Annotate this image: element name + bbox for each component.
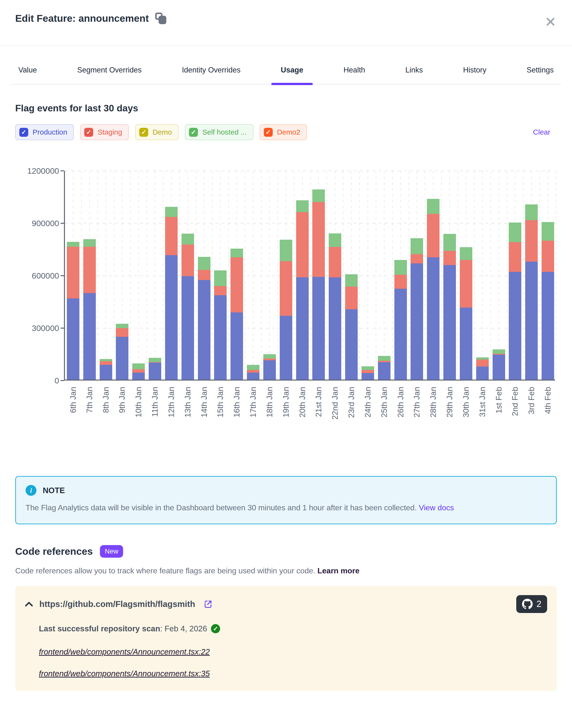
- x-axis-label: 12th Jan: [166, 387, 177, 442]
- x-axis-label: 26th Jan: [395, 387, 406, 442]
- bar-10th-jan[interactable]: [132, 363, 145, 379]
- filter-chip-production[interactable]: ✓Production: [15, 124, 74, 140]
- segment-self-hosted-: [263, 354, 276, 359]
- x-axis-label: 23rd Jan: [346, 387, 357, 442]
- bar-30th-jan[interactable]: [460, 247, 472, 379]
- segment-staging: [509, 242, 521, 272]
- bar-17th-jan[interactable]: [247, 365, 260, 379]
- segment-staging: [411, 254, 423, 263]
- filter-chip-self-hosted-[interactable]: ✓Self hosted ...: [185, 124, 253, 140]
- segment-self-hosted-: [542, 222, 554, 241]
- bar-20th-jan[interactable]: [296, 200, 309, 379]
- bar-14th-jan[interactable]: [198, 257, 210, 379]
- vertical-gridline: [556, 171, 556, 379]
- bar-3rd-feb[interactable]: [525, 204, 538, 379]
- tab-settings[interactable]: Settings: [525, 66, 555, 84]
- bar-24th-jan[interactable]: [362, 366, 374, 379]
- tab-segment-overrides[interactable]: Segment Overrides: [76, 66, 143, 84]
- x-axis-label: 27th Jan: [412, 387, 422, 442]
- y-axis-tick: [61, 328, 64, 328]
- external-link-icon[interactable]: [203, 599, 213, 609]
- segment-production: [476, 367, 489, 379]
- segment-production: [427, 257, 439, 379]
- bar-11th-jan[interactable]: [149, 358, 161, 379]
- y-axis-tick: [61, 223, 64, 224]
- bar-2nd-feb[interactable]: [509, 223, 521, 379]
- checkbox-checked-icon: ✓: [84, 128, 93, 137]
- bar-12th-jan[interactable]: [165, 207, 177, 379]
- bar-27th-jan[interactable]: [411, 238, 423, 379]
- x-axis-label: 18th Jan: [264, 387, 275, 442]
- bar-21st-jan[interactable]: [312, 189, 325, 379]
- github-count-badge[interactable]: 2: [516, 595, 547, 613]
- bar-28th-jan[interactable]: [427, 199, 439, 379]
- x-axis-label: 3rd Feb: [526, 387, 537, 442]
- tab-value[interactable]: Value: [17, 66, 39, 84]
- y-axis-tick-label: 0: [15, 376, 59, 385]
- segment-production: [395, 289, 407, 379]
- segment-production: [280, 316, 292, 379]
- bar-25th-jan[interactable]: [378, 356, 390, 379]
- tab-health[interactable]: Health: [342, 66, 367, 84]
- bar-16th-jan[interactable]: [230, 249, 243, 379]
- bar-1st-feb[interactable]: [493, 349, 505, 379]
- flag-events-chart: 6th Jan7th Jan8th Jan9th Jan10th Jan11th…: [15, 165, 557, 440]
- segment-staging: [329, 247, 341, 278]
- vertical-gridline: [499, 171, 499, 379]
- learn-more-link[interactable]: Learn more: [317, 566, 359, 575]
- close-button[interactable]: [546, 17, 555, 27]
- view-docs-link[interactable]: View docs: [419, 503, 454, 512]
- tab-identity-overrides[interactable]: Identity Overrides: [181, 66, 242, 84]
- bar-18th-jan[interactable]: [263, 354, 276, 379]
- bar-7th-jan[interactable]: [83, 239, 96, 379]
- bar-22nd-jan[interactable]: [329, 233, 341, 379]
- bar-8th-jan[interactable]: [100, 359, 112, 379]
- vertical-gridline: [138, 171, 139, 379]
- active-tab-indicator: [271, 83, 313, 85]
- file-reference-link[interactable]: frontend/web/components/Announcement.tsx…: [39, 647, 210, 657]
- filter-chips: ✓Production✓Staging✓Demo✓Self hosted ...…: [15, 124, 307, 140]
- segment-self-hosted-: [83, 239, 96, 247]
- bar-6th-jan[interactable]: [67, 242, 79, 379]
- segment-self-hosted-: [165, 207, 177, 217]
- bar-9th-jan[interactable]: [116, 324, 128, 379]
- segment-production: [296, 278, 309, 379]
- bar-15th-jan[interactable]: [214, 270, 227, 379]
- bar-13th-jan[interactable]: [182, 234, 194, 379]
- vertical-gridline: [253, 171, 254, 379]
- repo-url-link[interactable]: https://github.com/Flagsmith/flagsmith: [39, 599, 195, 609]
- bar-23rd-jan[interactable]: [345, 274, 358, 379]
- bar-31st-jan[interactable]: [476, 357, 489, 379]
- tab-history[interactable]: History: [462, 66, 488, 84]
- segment-self-hosted-: [182, 234, 194, 245]
- bar-26th-jan[interactable]: [395, 260, 407, 379]
- vertical-gridline: [97, 171, 98, 379]
- file-reference-link[interactable]: frontend/web/components/Announcement.tsx…: [39, 669, 210, 678]
- x-axis-label: 1st Feb: [494, 387, 504, 442]
- bar-29th-jan[interactable]: [443, 234, 456, 379]
- bar-19th-jan[interactable]: [280, 240, 292, 379]
- y-axis-tick: [61, 275, 64, 276]
- vertical-gridline: [376, 171, 376, 379]
- segment-production: [493, 355, 505, 379]
- vertical-gridline: [441, 171, 442, 379]
- chevron-up-icon[interactable]: [25, 601, 33, 607]
- x-axis-label: 10th Jan: [133, 387, 144, 442]
- segment-staging: [165, 217, 177, 255]
- copy-icon[interactable]: [155, 12, 166, 24]
- environment-filters: ✓Production✓Staging✓Demo✓Self hosted ...…: [15, 124, 557, 140]
- clear-filters-link[interactable]: Clear: [533, 128, 550, 136]
- segment-production: [198, 280, 210, 379]
- filter-chip-staging[interactable]: ✓Staging: [80, 124, 129, 140]
- filter-chip-demo[interactable]: ✓Demo: [135, 124, 178, 140]
- vertical-gridline: [155, 171, 155, 379]
- vertical-gridline: [130, 171, 131, 379]
- x-axis-label: 16th Jan: [231, 387, 242, 442]
- x-axis-label: 19th Jan: [281, 387, 291, 442]
- segment-staging: [83, 247, 96, 293]
- filter-chip-demo2[interactable]: ✓Demo2: [260, 124, 307, 140]
- bar-4th-feb[interactable]: [542, 222, 554, 379]
- segment-production: [312, 277, 325, 379]
- tab-usage[interactable]: Usage: [279, 66, 304, 84]
- tab-links[interactable]: Links: [404, 66, 424, 84]
